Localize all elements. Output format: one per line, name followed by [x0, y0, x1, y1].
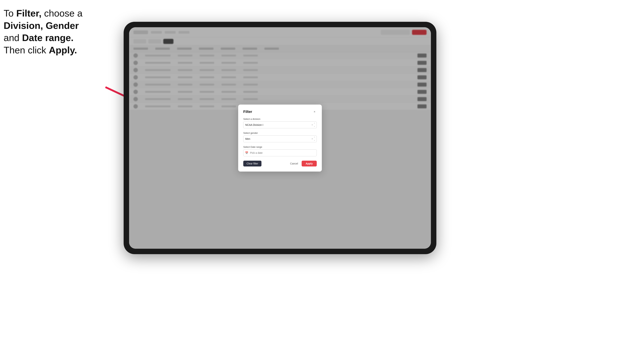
gender-label: Select gender: [243, 132, 317, 134]
cancel-button[interactable]: Cancel: [288, 161, 300, 167]
division-clear-icon[interactable]: ×: [312, 123, 313, 126]
tablet-frame: Filter × Select a division NCAA Division…: [124, 22, 436, 254]
modal-header: Filter ×: [243, 110, 317, 114]
apply-button[interactable]: Apply: [302, 161, 317, 167]
division-label: Select a division: [243, 118, 317, 120]
gender-clear-icon[interactable]: ×: [312, 137, 313, 140]
clear-filter-button[interactable]: Clear filter: [243, 161, 262, 167]
division-form-group: Select a division NCAA Division I NCAA D…: [243, 118, 317, 128]
tablet-screen: Filter × Select a division NCAA Division…: [129, 27, 431, 249]
division-select[interactable]: NCAA Division I NCAA Division II NCAA Di…: [243, 121, 317, 128]
date-input-wrapper[interactable]: 📅: [243, 149, 317, 156]
modal-footer: Clear filter Cancel Apply: [243, 161, 317, 167]
close-button[interactable]: ×: [312, 110, 317, 114]
division-select-wrapper[interactable]: NCAA Division I NCAA Division II NCAA Di…: [243, 121, 317, 128]
date-form-group: Select Date range 📅: [243, 146, 317, 156]
gender-form-group: Select gender Men Women × ⌃⌄: [243, 132, 317, 142]
instruction-text: To Filter, choose a Division, Gender and…: [4, 7, 106, 56]
footer-right-actions: Cancel Apply: [288, 161, 317, 167]
gender-select[interactable]: Men Women: [243, 135, 317, 142]
calendar-icon: 📅: [245, 151, 248, 154]
gender-select-wrapper[interactable]: Men Women × ⌃⌄: [243, 135, 317, 142]
date-input[interactable]: [243, 149, 317, 156]
filter-modal: Filter × Select a division NCAA Division…: [238, 105, 322, 172]
date-label: Select Date range: [243, 146, 317, 148]
modal-title: Filter: [243, 110, 252, 114]
modal-overlay: Filter × Select a division NCAA Division…: [129, 27, 431, 249]
